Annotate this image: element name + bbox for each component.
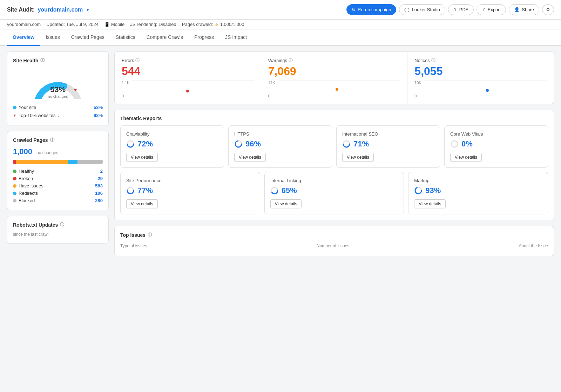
- gear-icon: ⚙: [546, 7, 550, 12]
- domain-link[interactable]: yourdomain.com: [38, 7, 83, 13]
- errors-card: Errors ⓘ 544 1.1K 0: [114, 51, 261, 104]
- top10-triangle-icon: ▼: [13, 114, 16, 117]
- sparkline-topline: [279, 81, 400, 81]
- crawled-pages-info-icon[interactable]: ⓘ: [50, 137, 54, 143]
- warnings-sparkline-dot: [336, 88, 338, 91]
- core-web-vitals-circle-icon: [450, 140, 459, 148]
- errors-label: Errors ⓘ: [122, 57, 254, 63]
- nav-bar: Overview Issues Crawled Pages Statistics…: [0, 29, 561, 46]
- device-label: 📱 Mobile: [104, 22, 124, 27]
- https-view-details-button[interactable]: View details: [234, 153, 266, 162]
- redirects-dot: [13, 192, 16, 195]
- thematic-https: HTTPS 96% View details: [228, 125, 332, 168]
- top-bar: Site Audit: yourdomain.com ▼ ↻ Rerun cam…: [0, 0, 561, 20]
- thematic-markup: Markup 93% View details: [408, 172, 548, 214]
- sub-domain: yourdomain.com: [7, 22, 41, 27]
- errors-info-icon[interactable]: ⓘ: [135, 57, 140, 63]
- mobile-icon: 📱: [104, 22, 110, 27]
- robots-title: Robots.txt Updates ⓘ: [13, 222, 103, 228]
- gauge-text: 53% no changes: [48, 85, 68, 98]
- warnings-label: Warnings ⓘ: [268, 57, 400, 63]
- site-performance-circle-icon: [126, 186, 135, 195]
- international-seo-view-details-button[interactable]: View details: [342, 153, 374, 162]
- warnings-sparkline: 14K 0: [268, 81, 400, 98]
- settings-button[interactable]: ⚙: [542, 4, 554, 15]
- nav-item-statistics[interactable]: Statistics: [110, 29, 141, 46]
- bar-redirects: [68, 160, 77, 164]
- thematic-site-performance: Site Performance 77% View details: [120, 172, 260, 214]
- markup-view-details-button[interactable]: View details: [414, 199, 446, 208]
- healthy-dot: [13, 170, 16, 173]
- nav-item-issues[interactable]: Issues: [40, 29, 65, 46]
- nav-item-js-impact[interactable]: JS Impact: [219, 29, 252, 46]
- sparkline-topline: [132, 81, 254, 81]
- refresh-icon: ↻: [352, 7, 356, 12]
- bar-issues: [16, 160, 68, 164]
- top-issues-card: Top Issues ⓘ Type of issues Number of is…: [114, 226, 554, 256]
- thematic-row2: Site Performance 77% View details Intern…: [120, 172, 548, 214]
- pdf-icon: ⇧: [453, 7, 457, 12]
- looker-icon: ◯: [404, 7, 410, 12]
- gauge-percent: 53%: [48, 85, 68, 94]
- main-content: Site Health ⓘ 53% no changes: [0, 46, 561, 262]
- warnings-info-icon[interactable]: ⓘ: [289, 57, 293, 63]
- thematic-reports-card: Thematic Reports Crawlability 72% View d…: [114, 110, 554, 220]
- notices-value: 5,055: [414, 65, 547, 78]
- gauge-no-changes: no changes: [48, 94, 68, 98]
- notices-sparkline-dot: [486, 89, 489, 92]
- nav-item-overview[interactable]: Overview: [7, 29, 40, 46]
- nav-item-crawled-pages[interactable]: Crawled Pages: [66, 29, 110, 46]
- site-performance-view-details-button[interactable]: View details: [126, 199, 158, 208]
- site-health-info-icon[interactable]: ⓘ: [40, 57, 45, 63]
- errors-value: 544: [122, 65, 254, 78]
- sparkline-baseline: [132, 98, 254, 98]
- international-seo-circle-icon: [342, 140, 351, 148]
- looker-studio-button[interactable]: ◯ Looker Studio: [399, 4, 445, 15]
- internal-linking-view-details-button[interactable]: View details: [270, 199, 302, 208]
- top-issues-title: Top Issues ⓘ: [120, 232, 548, 238]
- legend-broken: Broken 29: [13, 175, 103, 182]
- crawled-count-row: 1,000 no changes: [13, 147, 103, 156]
- top-bar-left: Site Audit: yourdomain.com ▼: [7, 7, 90, 13]
- crawlability-view-details-button[interactable]: View details: [126, 153, 158, 162]
- legend-your-site: Your site 53%: [13, 103, 103, 111]
- https-circle-icon: [234, 140, 243, 148]
- gauge-wrap: 53% no changes: [30, 68, 86, 99]
- legend-have-issues: Have issues 583: [13, 182, 103, 190]
- site-health-card: Site Health ⓘ 53% no changes: [7, 51, 109, 125]
- nav-item-compare-crawls[interactable]: Compare Crawls: [141, 29, 189, 46]
- notices-label: Notices ⓘ: [414, 57, 547, 63]
- gauge-container: 53% no changes: [13, 68, 103, 99]
- pdf-button[interactable]: ⇧ PDF: [448, 4, 474, 15]
- nav-item-progress[interactable]: Progress: [189, 29, 219, 46]
- warnings-value: 7,069: [268, 65, 400, 78]
- share-button[interactable]: 👤 Share: [509, 4, 539, 15]
- top10-chevron[interactable]: ⌄: [57, 113, 60, 118]
- warnings-card: Warnings ⓘ 7,069 14K 0: [261, 51, 408, 104]
- sparkline-topline: [425, 81, 547, 81]
- share-icon: 👤: [514, 7, 520, 12]
- sub-bar: yourdomain.com Updated: Tue, Jul 9, 2024…: [0, 20, 561, 29]
- errors-sparkline-dot: [186, 90, 189, 92]
- errors-sparkline: 1.1K 0: [122, 81, 254, 98]
- bar-blocked: [77, 160, 103, 164]
- warning-icon: ⚠: [215, 22, 219, 27]
- crawled-count: 1,000: [13, 147, 32, 156]
- updated-label: Updated: Tue, Jul 9, 2024: [46, 22, 99, 27]
- broken-dot: [13, 177, 16, 180]
- notices-sparkline: 10K 0: [414, 81, 547, 98]
- robots-card: Robots.txt Updates ⓘ since the last craw…: [7, 216, 109, 244]
- chevron-down-icon[interactable]: ▼: [86, 7, 90, 12]
- rerun-campaign-button[interactable]: ↻ Rerun campaign: [346, 4, 396, 15]
- js-rendering-label: JS rendering: Disabled: [130, 22, 176, 27]
- your-site-dot: [13, 106, 16, 109]
- export-button[interactable]: ⇧ Export: [476, 4, 506, 15]
- left-panel: Site Health ⓘ 53% no changes: [7, 51, 109, 256]
- notices-info-icon[interactable]: ⓘ: [431, 57, 435, 63]
- core-web-vitals-view-details-button[interactable]: View details: [450, 153, 482, 162]
- pages-legend: Healthy 2 Broken 29 Have issues 583 Redi…: [13, 167, 103, 204]
- robots-info-icon[interactable]: ⓘ: [60, 222, 64, 228]
- blocked-dot: [13, 199, 16, 202]
- export-icon: ⇧: [482, 7, 486, 12]
- top-issues-info-icon[interactable]: ⓘ: [148, 232, 152, 238]
